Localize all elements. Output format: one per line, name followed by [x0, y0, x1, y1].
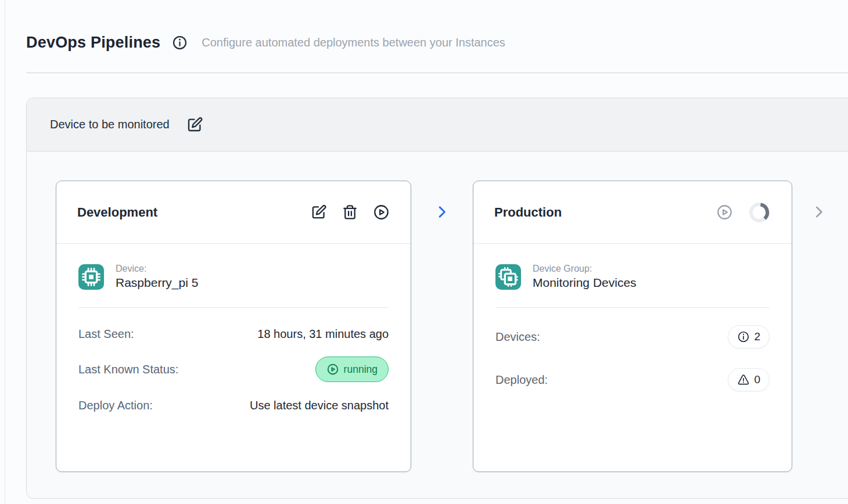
chevron-right-icon	[434, 204, 450, 219]
production-card: Production	[473, 181, 792, 472]
pipeline-flow-arrow	[411, 181, 473, 243]
deployed-label: Deployed:	[495, 373, 548, 387]
production-card-title: Production	[494, 205, 716, 220]
last-known-status-row: Last Known Status: running	[78, 357, 389, 382]
edit-icon[interactable]	[310, 204, 327, 221]
last-seen-value: 18 hours, 31 minutes ago	[257, 327, 389, 341]
panel-title: Device to be monitored	[50, 118, 170, 131]
device-group-info: Device Group: Monitoring Devices	[533, 264, 637, 290]
production-card-header: Production	[473, 181, 792, 244]
device-name: Raspberry_pi 5	[116, 276, 198, 290]
devices-label: Devices:	[495, 330, 540, 344]
page-subtitle: Configure automated deployments between …	[202, 36, 505, 49]
loading-spinner-icon	[748, 201, 771, 224]
chip-group-icon	[495, 264, 521, 290]
development-card-title: Development	[77, 205, 310, 220]
development-card-header: Development	[56, 181, 411, 244]
devices-count-pill[interactable]: 2	[728, 325, 770, 348]
next-stage-chevron[interactable]	[792, 181, 846, 243]
pipeline-panel: Device to be monitored Development	[26, 98, 848, 499]
last-seen-label: Last Seen:	[78, 327, 134, 341]
device-group-label: Device Group:	[533, 264, 637, 274]
production-card-actions	[716, 201, 771, 224]
development-card: Development	[56, 181, 411, 472]
device-label: Device:	[116, 264, 198, 274]
run-pipeline-icon[interactable]	[373, 204, 390, 221]
chip-icon	[78, 264, 104, 290]
pipeline-panel-header: Device to be monitored	[27, 98, 848, 152]
card-divider	[78, 307, 389, 308]
development-card-actions	[310, 204, 390, 221]
status-badge-label: running	[344, 363, 378, 376]
deployed-count: 0	[754, 373, 760, 386]
last-known-status-label: Last Known Status:	[78, 363, 178, 376]
chevron-right-icon	[811, 204, 827, 219]
deploy-action-row: Deploy Action: Use latest device snapsho…	[78, 399, 389, 412]
page-title: DevOps Pipelines	[26, 34, 160, 52]
edit-icon[interactable]	[186, 116, 203, 134]
device-group-row: Device Group: Monitoring Devices	[495, 264, 770, 290]
card-divider	[495, 307, 770, 308]
page-header: DevOps Pipelines Configure automated dep…	[26, 34, 505, 52]
device-group-name: Monitoring Devices	[533, 276, 637, 290]
production-card-body: Device Group: Monitoring Devices Devices…	[473, 244, 792, 391]
deployed-count-pill[interactable]: 0	[728, 368, 770, 391]
delete-icon[interactable]	[342, 204, 358, 221]
deploy-action-label: Deploy Action:	[78, 399, 153, 412]
last-seen-row: Last Seen: 18 hours, 31 minutes ago	[78, 327, 389, 341]
info-circle-icon	[737, 330, 750, 343]
device-info: Device: Raspberry_pi 5	[116, 264, 198, 290]
run-pipeline-icon[interactable]	[716, 204, 733, 221]
deployed-row: Deployed: 0	[495, 368, 770, 391]
header-divider	[26, 73, 848, 73]
devices-row: Devices: 2	[495, 325, 770, 348]
info-icon[interactable]	[172, 35, 188, 51]
page-left-border	[5, 0, 5, 504]
development-card-body: Device: Raspberry_pi 5 Last Seen: 18 hou…	[56, 244, 411, 412]
warning-triangle-icon	[737, 373, 750, 386]
play-circle-icon	[326, 363, 339, 376]
device-row: Device: Raspberry_pi 5	[78, 264, 389, 290]
devices-count: 2	[754, 330, 760, 343]
status-badge: running	[315, 357, 389, 382]
pipeline-panel-body: Development	[27, 152, 848, 472]
deploy-action-value: Use latest device snapshot	[250, 399, 389, 412]
